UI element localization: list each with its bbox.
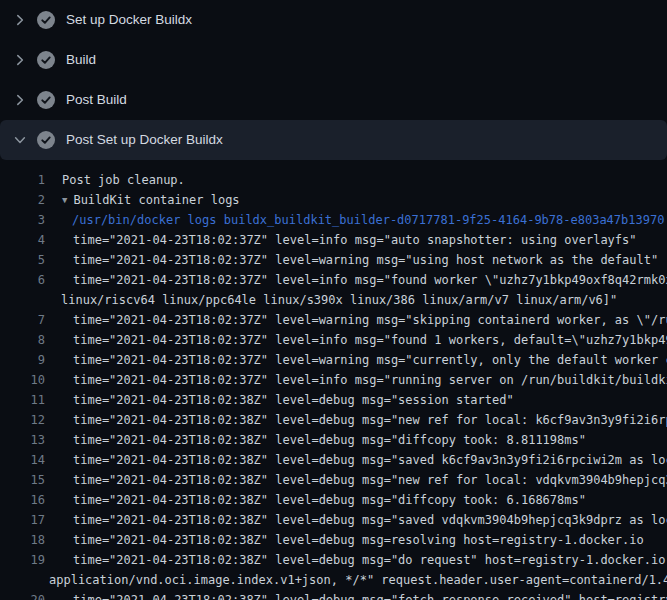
check-circle-icon: [37, 11, 55, 29]
line-text: time="2021-04-23T18:02:38Z" level=debug …: [45, 430, 586, 450]
line-text: time="2021-04-23T18:02:38Z" level=debug …: [45, 470, 667, 490]
line-number[interactable]: 9: [0, 350, 45, 370]
log-line: 16 time="2021-04-23T18:02:38Z" level=deb…: [0, 490, 667, 510]
line-number[interactable]: 7: [0, 310, 45, 330]
line-text: time="2021-04-23T18:02:37Z" level=info m…: [45, 370, 667, 390]
check-circle-icon: [37, 91, 55, 109]
line-number[interactable]: 5: [0, 250, 45, 270]
step-title: Post Set up Docker Buildx: [66, 120, 223, 160]
line-number[interactable]: 2: [0, 190, 45, 210]
line-text: time="2021-04-23T18:02:37Z" level=warnin…: [45, 250, 658, 270]
line-text: time="2021-04-23T18:02:37Z" level=warnin…: [45, 310, 667, 330]
chevron-down-icon[interactable]: [12, 132, 28, 148]
log-line: 4 time="2021-04-23T18:02:37Z" level=info…: [0, 230, 667, 250]
log-line: 18 time="2021-04-23T18:02:38Z" level=deb…: [0, 530, 667, 550]
line-number[interactable]: 13: [0, 430, 45, 450]
line-number[interactable]: 6: [0, 270, 45, 290]
line-text: linux/riscv64 linux/ppc64le linux/s390x …: [45, 290, 617, 310]
log-line: 5 time="2021-04-23T18:02:37Z" level=warn…: [0, 250, 667, 270]
line-number[interactable]: 3: [0, 210, 45, 230]
log-line: 3 /usr/bin/docker logs buildx_buildkit_b…: [0, 210, 667, 230]
line-number[interactable]: 14: [0, 450, 45, 470]
line-number[interactable]: 11: [0, 390, 45, 410]
line-number[interactable]: 1: [0, 170, 45, 190]
step-row[interactable]: Set up Docker Buildx: [0, 0, 667, 40]
chevron-right-icon[interactable]: [12, 52, 28, 68]
check-circle-icon: [37, 131, 55, 149]
job-log-viewer: Set up Docker Buildx Build: [0, 0, 667, 600]
group-collapse-icon[interactable]: ▼: [45, 190, 67, 210]
log-line: 1 Post job cleanup.: [0, 170, 667, 190]
line-text: time="2021-04-23T18:02:38Z" level=debug …: [45, 410, 667, 430]
step-title: Post Build: [66, 80, 127, 120]
step-row[interactable]: Post Build: [0, 80, 667, 120]
line-text: /usr/bin/docker logs buildx_buildkit_bui…: [45, 210, 664, 230]
log-line: 13 time="2021-04-23T18:02:38Z" level=deb…: [0, 430, 667, 450]
line-text: time="2021-04-23T18:02:38Z" level=debug …: [45, 530, 644, 550]
log-line: 2 ▼ BuildKit container logs: [0, 190, 667, 210]
line-text: time="2021-04-23T18:02:37Z" level=warnin…: [45, 350, 667, 370]
line-text: BuildKit container logs: [67, 190, 239, 210]
log-line: 10 time="2021-04-23T18:02:37Z" level=inf…: [0, 370, 667, 390]
log-line: 17 time="2021-04-23T18:02:38Z" level=deb…: [0, 510, 667, 530]
line-number[interactable]: 10: [0, 370, 45, 390]
line-text: application/vnd.oci.image.index.v1+json,…: [45, 570, 667, 590]
line-text: time="2021-04-23T18:02:37Z" level=info m…: [45, 330, 667, 350]
log-line: 15 time="2021-04-23T18:02:38Z" level=deb…: [0, 470, 667, 490]
line-number[interactable]: 8: [0, 330, 45, 350]
line-number[interactable]: 19: [0, 550, 45, 570]
line-text: Post job cleanup.: [45, 170, 185, 190]
line-text: time="2021-04-23T18:02:38Z" level=debug …: [45, 450, 667, 470]
line-number[interactable]: 15: [0, 470, 45, 490]
log-line: 8 time="2021-04-23T18:02:37Z" level=info…: [0, 330, 667, 350]
line-text: time="2021-04-23T18:02:38Z" level=debug …: [45, 550, 667, 570]
line-number[interactable]: 12: [0, 410, 45, 430]
line-number[interactable]: 18: [0, 530, 45, 550]
log-line: 11 time="2021-04-23T18:02:38Z" level=deb…: [0, 390, 667, 410]
step-title: Build: [66, 40, 96, 80]
step-row[interactable]: Post Set up Docker Buildx: [0, 120, 667, 160]
log-line: linux/riscv64 linux/ppc64le linux/s390x …: [0, 290, 667, 310]
log-line: 12 time="2021-04-23T18:02:38Z" level=deb…: [0, 410, 667, 430]
line-number[interactable]: 16: [0, 490, 45, 510]
chevron-right-icon[interactable]: [12, 12, 28, 28]
line-text: time="2021-04-23T18:02:38Z" level=debug …: [45, 390, 514, 410]
line-text: time="2021-04-23T18:02:37Z" level=info m…: [45, 230, 637, 250]
log-line: 19 time="2021-04-23T18:02:38Z" level=deb…: [0, 550, 667, 570]
steps-list: Set up Docker Buildx Build: [0, 0, 667, 160]
line-text: time="2021-04-23T18:02:38Z" level=debug …: [45, 490, 586, 510]
step-title: Set up Docker Buildx: [66, 0, 192, 40]
line-text: time="2021-04-23T18:02:38Z" level=debug …: [45, 510, 667, 530]
step-row[interactable]: Build: [0, 40, 667, 80]
log-line: 6 time="2021-04-23T18:02:37Z" level=info…: [0, 270, 667, 290]
log-line: 20 time="2021-04-23T18:02:38Z" level=deb…: [0, 590, 667, 600]
log-line: 14 time="2021-04-23T18:02:38Z" level=deb…: [0, 450, 667, 470]
log-line: 7 time="2021-04-23T18:02:37Z" level=warn…: [0, 310, 667, 330]
line-number[interactable]: 20: [0, 590, 45, 600]
log-line: 9 time="2021-04-23T18:02:37Z" level=warn…: [0, 350, 667, 370]
line-number[interactable]: 17: [0, 510, 45, 530]
line-text: time="2021-04-23T18:02:38Z" level=debug …: [45, 590, 667, 600]
line-number[interactable]: 4: [0, 230, 45, 250]
log-line: application/vnd.oci.image.index.v1+json,…: [0, 570, 667, 590]
check-circle-icon: [37, 51, 55, 69]
line-number[interactable]: [0, 290, 45, 310]
log-lines: 1 Post job cleanup. 2 ▼ BuildKit contain…: [0, 170, 667, 600]
line-text: time="2021-04-23T18:02:37Z" level=info m…: [45, 270, 667, 290]
chevron-right-icon[interactable]: [12, 92, 28, 108]
line-number[interactable]: [0, 570, 45, 590]
